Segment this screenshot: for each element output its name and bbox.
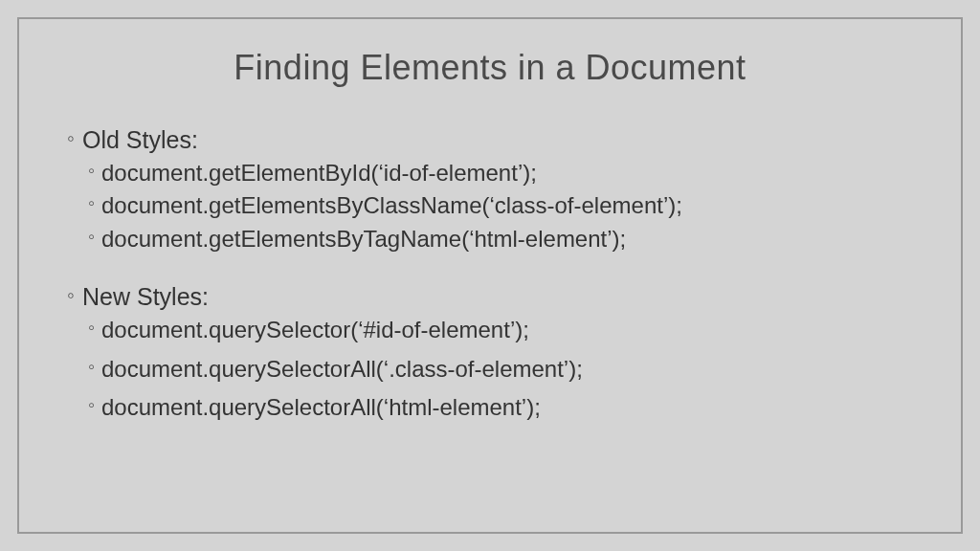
slide-frame: Finding Elements in a Document Old Style… — [17, 17, 963, 534]
list-item: document.getElementsByTagName(‘html-elem… — [67, 224, 913, 254]
section-new-styles: New Styles: document.querySelector(‘#id-… — [67, 283, 913, 423]
section-header-new: New Styles: — [67, 283, 913, 311]
list-item: document.getElementById(‘id-of-element’)… — [67, 158, 913, 188]
list-item: document.querySelectorAll(‘.class-of-ele… — [67, 354, 913, 385]
list-item: document.querySelector(‘#id-of-element’)… — [67, 315, 913, 345]
list-item: document.getElementsByClassName(‘class-o… — [67, 190, 913, 221]
slide-title: Finding Elements in a Document — [67, 48, 913, 88]
section-header-old: Old Styles: — [67, 126, 913, 154]
section-old-styles: Old Styles: document.getElementById(‘id-… — [67, 126, 913, 254]
list-item: document.querySelectorAll(‘html-element’… — [67, 392, 913, 423]
